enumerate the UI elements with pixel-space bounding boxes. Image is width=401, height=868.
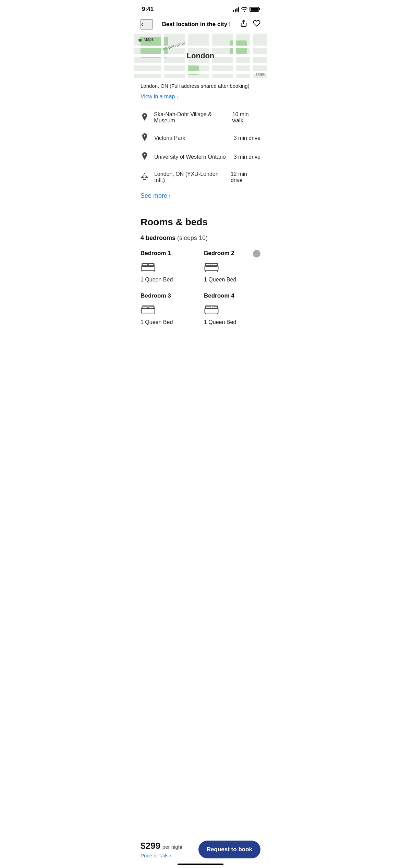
map-city-label: London: [187, 51, 215, 60]
bedrooms-count: 4 bedrooms (sleeps 10): [141, 234, 260, 242]
bedroom-indicator-dot: [253, 250, 260, 257]
list-item: London, ON (YXU-London Intl.) 12 min dri…: [141, 166, 260, 188]
bedroom-card-3: Bedroom 3 1 Queen Bed: [141, 292, 197, 325]
see-more-label: See more: [141, 192, 167, 200]
location-name: University of Western Ontario: [154, 154, 226, 160]
header-actions: [240, 20, 260, 29]
status-time: 9:41: [142, 6, 154, 13]
bedroom-name: Bedroom 1: [141, 250, 197, 257]
bedrooms-grid: Bedroom 1 1 Queen Bed Bedroom 2: [141, 250, 260, 325]
apple-icon: [138, 37, 143, 42]
bedroom-card-1: Bedroom 1 1 Queen Bed: [141, 250, 197, 283]
chevron-right-icon: ›: [177, 94, 179, 100]
back-button[interactable]: ‹: [141, 19, 153, 29]
bed-icon: [141, 303, 156, 314]
battery-icon: [250, 7, 259, 12]
bed-icon: [204, 261, 219, 272]
map-road: [233, 34, 236, 78]
bed-type: 1 Queen Bed: [204, 277, 260, 283]
location-name: Ska-Nah-Doht Village & Museum: [154, 111, 232, 124]
rooms-section: Rooms & beds 4 bedrooms (sleeps 10) Bedr…: [134, 210, 267, 325]
map-road: [134, 63, 267, 65]
wifi-icon: [241, 7, 247, 12]
bedroom-card-4: Bedroom 4 1 Queen Bed: [204, 292, 260, 325]
bed-type: 1 Queen Bed: [141, 277, 197, 283]
page-title: Best location in the city !: [153, 21, 240, 28]
view-in-map-link[interactable]: View in a map ›: [134, 91, 267, 107]
bedroom-card-2: Bedroom 2 1 Queen Bed: [204, 250, 260, 283]
status-icons: [233, 7, 259, 12]
location-pin-icon: [141, 113, 148, 122]
bed-type: 1 Queen Bed: [204, 319, 260, 325]
view-map-label: View in a map: [141, 94, 175, 100]
location-list: Ska-Nah-Doht Village & Museum 10 min wal…: [134, 107, 267, 188]
map-road: [161, 34, 164, 78]
map-road: [134, 71, 267, 74]
location-distance: 3 min drive: [234, 135, 260, 141]
location-pin-icon: [141, 133, 149, 143]
see-more-link[interactable]: See more ›: [134, 188, 267, 210]
list-item: Victoria Park 3 min drive: [141, 129, 260, 147]
location-name: Victoria Park: [154, 135, 185, 141]
favorite-button[interactable]: [253, 20, 260, 29]
location-distance: 12 min drive: [231, 171, 260, 183]
address-text: London, ON (Full address shared after bo…: [134, 78, 267, 91]
list-item: University of Western Ontario 3 min driv…: [141, 147, 260, 166]
heart-icon: [253, 20, 260, 27]
location-distance: 3 min drive: [234, 154, 260, 160]
rooms-title: Rooms & beds: [141, 217, 260, 228]
bedroom-name: Bedroom 2: [204, 250, 260, 257]
bed-type: 1 Queen Bed: [141, 319, 197, 325]
bed-icon: [141, 261, 156, 272]
map-background: London OXFORD ST W Maps Legal: [134, 34, 267, 78]
bedroom-name: Bedroom 4: [204, 292, 260, 299]
map-road: [134, 46, 267, 48]
signal-bars-icon: [233, 7, 239, 12]
map-legal-label: Legal: [256, 72, 265, 76]
map-road: [250, 34, 253, 78]
list-item: Ska-Nah-Doht Village & Museum 10 min wal…: [141, 107, 260, 129]
location-name: London, ON (YXU-London Intl.): [154, 171, 231, 183]
share-icon: [240, 20, 247, 27]
header: ‹ Best location in the city !: [134, 16, 267, 34]
map-container[interactable]: London OXFORD ST W Maps Legal: [134, 34, 267, 78]
chevron-right-icon: ›: [169, 192, 171, 200]
location-distance: 10 min walk: [232, 111, 260, 124]
share-button[interactable]: [240, 20, 247, 29]
apple-maps-logo: Maps: [138, 37, 154, 42]
status-bar: 9:41: [134, 0, 267, 16]
airport-icon: [141, 173, 149, 182]
bed-icon: [204, 303, 219, 314]
location-pin-icon: [141, 152, 149, 161]
bedroom-name: Bedroom 3: [141, 292, 197, 299]
